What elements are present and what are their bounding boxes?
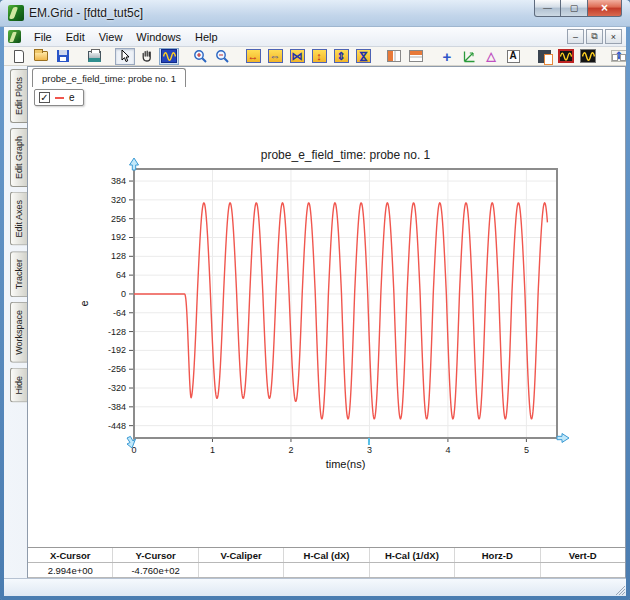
axis-ticks-and-labels: 384320256192128640-64-128-192-256-320-38…	[108, 176, 529, 455]
crosshair-tool-icon: +	[443, 49, 452, 64]
pan-tool-icon	[140, 49, 154, 63]
svg-text:-64: -64	[113, 308, 126, 318]
pan-tool-icon[interactable]	[137, 48, 157, 65]
caliper-tool-icon[interactable]: △	[481, 48, 501, 65]
resize-grip[interactable]	[612, 582, 625, 595]
svg-text:384: 384	[111, 176, 126, 186]
close-button[interactable]: ×	[588, 0, 622, 17]
main-area: Edit PlotsEdit GraphEdit AxesTrackerWork…	[4, 66, 626, 578]
axes-tool-icon	[462, 49, 477, 64]
svg-text:128: 128	[111, 251, 126, 261]
svg-text:-320: -320	[108, 383, 126, 393]
menu-item-file[interactable]: File	[27, 29, 59, 45]
save-icon	[57, 50, 69, 62]
pan-y-icon[interactable]: ⇕	[331, 48, 351, 65]
new-file-icon[interactable]	[9, 48, 29, 65]
plot-mode-icon[interactable]	[159, 48, 179, 65]
axes-tool-icon[interactable]	[459, 48, 479, 65]
open-icon[interactable]	[31, 48, 51, 65]
cursor-readout-table: X-CursorY-CursorV-CaliperH-Cal (dX)H-Cal…	[28, 547, 625, 578]
sync-y-icon[interactable]: ⇕	[609, 48, 626, 65]
pan-x-icon: ⇔	[268, 49, 283, 63]
menu-item-view[interactable]: View	[92, 29, 130, 45]
side-tab-strip: Edit PlotsEdit GraphEdit AxesTrackerWork…	[4, 66, 27, 578]
cursor-col-header-2: V-Caliper	[199, 548, 284, 562]
x-axis-right-handle	[557, 434, 569, 443]
document-tab-row: probe_e_field_time: probe no. 1	[28, 67, 625, 87]
cursor-table-header-row: X-CursorY-CursorV-CaliperH-Cal (dX)H-Cal…	[28, 548, 625, 563]
mdi-restore-button[interactable]: ⧉	[586, 29, 603, 44]
zoom-in-icon[interactable]	[190, 48, 210, 65]
app-logo-icon	[8, 5, 24, 21]
sync-y-icon: ⇕	[611, 50, 626, 62]
document-tab[interactable]: probe_e_field_time: probe no. 1	[32, 68, 186, 87]
split-vertical-icon[interactable]	[384, 48, 404, 65]
wave-dark-icon	[580, 49, 596, 63]
svg-text:2: 2	[288, 445, 293, 455]
y-axis-label: e	[78, 300, 90, 306]
svg-text:256: 256	[111, 214, 126, 224]
side-tab-workspace[interactable]: Workspace	[10, 302, 27, 363]
menu-item-help[interactable]: Help	[188, 29, 225, 45]
fit-x-icon[interactable]: ⋈	[287, 48, 307, 65]
wave-dark-icon[interactable]	[578, 48, 598, 65]
fit-y-icon[interactable]: ⋈	[353, 48, 373, 65]
copy-plot-icon[interactable]	[534, 48, 554, 65]
select-tool-icon	[118, 49, 132, 63]
fit-y-icon: ⋈	[356, 49, 371, 63]
print-icon[interactable]	[84, 48, 104, 65]
side-tab-tracker[interactable]: Tracker	[10, 251, 27, 297]
split-horizontal-icon[interactable]	[406, 48, 426, 65]
toolbar-group: ⇕⇔	[608, 48, 626, 65]
cursor-value-6	[541, 563, 625, 577]
toolbar-group	[83, 48, 105, 65]
plot-mode-icon	[161, 49, 177, 63]
document-area: probe_e_field_time: probe no. 1 ✓ e prob…	[27, 66, 626, 578]
zoom-out-icon[interactable]	[212, 48, 232, 65]
side-tab-edit-graph[interactable]: Edit Graph	[10, 128, 27, 187]
x-axis-label: time(ns)	[326, 458, 366, 470]
toolbar-group	[114, 48, 180, 65]
plot-panel: ✓ e probe_e_field_time: probe no. 1time(…	[28, 87, 625, 577]
title-bar[interactable]: EM.Grid - [fdtd_tut5c] — ▢ ×	[0, 0, 630, 27]
save-icon[interactable]	[53, 48, 73, 65]
pan-x-icon[interactable]: ⇔	[265, 48, 285, 65]
svg-text:0: 0	[121, 289, 126, 299]
mdi-close-button[interactable]: ×	[605, 29, 622, 44]
toolbar-group	[383, 48, 427, 65]
svg-text:192: 192	[111, 232, 126, 242]
plot-canvas[interactable]: probe_e_field_time: probe no. 1time(ns)e…	[28, 87, 627, 517]
svg-text:-128: -128	[108, 327, 126, 337]
expand-x-icon: ↔	[246, 49, 261, 63]
wave-red-frame-icon[interactable]	[556, 48, 576, 65]
zoom-in-icon	[193, 49, 208, 64]
text-tool-icon[interactable]: A	[503, 48, 523, 65]
cursor-col-header-6: Vert-D	[541, 548, 625, 562]
cursor-value-0: 2.994e+00	[28, 563, 113, 577]
cursor-col-header-1: Y-Cursor	[113, 548, 198, 562]
toolbar-group: +△A	[436, 48, 524, 65]
toolbar-group	[189, 48, 233, 65]
menu-bar: FileEditViewWindowsHelp – ⧉ ×	[4, 27, 626, 47]
zoom-out-icon	[215, 49, 230, 64]
pan-y-icon: ⇕	[334, 49, 349, 63]
side-tab-edit-axes[interactable]: Edit Axes	[10, 192, 27, 246]
window-controls: — ▢ ×	[534, 0, 622, 17]
new-file-icon	[14, 50, 24, 63]
document-logo-icon	[8, 30, 21, 43]
expand-x-icon[interactable]: ↔	[243, 48, 263, 65]
caliper-tool-icon: △	[486, 50, 495, 62]
window-title: EM.Grid - [fdtd_tut5c]	[29, 6, 143, 20]
open-icon	[34, 51, 48, 61]
maximize-button[interactable]: ▢	[561, 0, 588, 17]
expand-y-icon[interactable]: ↕	[309, 48, 329, 65]
menu-item-windows[interactable]: Windows	[129, 29, 188, 45]
menu-item-edit[interactable]: Edit	[59, 29, 92, 45]
select-tool-icon[interactable]	[115, 48, 135, 65]
side-tab-edit-plots[interactable]: Edit Plots	[10, 69, 27, 123]
side-tab-hide[interactable]: Hide	[10, 368, 27, 403]
minimize-button[interactable]: —	[534, 0, 561, 17]
mdi-minimize-button[interactable]: –	[567, 29, 584, 44]
crosshair-tool-icon[interactable]: +	[437, 48, 457, 65]
split-horizontal-icon	[409, 50, 423, 62]
